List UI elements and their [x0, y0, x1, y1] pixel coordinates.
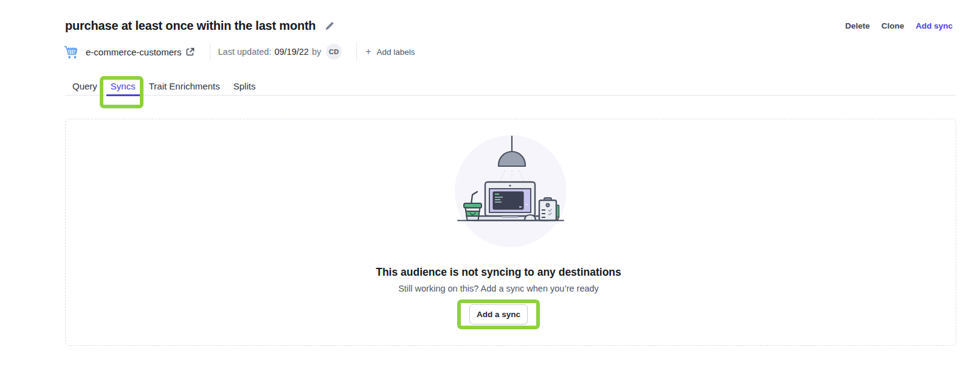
- empty-state-subtext: Still working on this? Add a sync when y…: [398, 282, 599, 295]
- page-title: purchase at least once within the last m…: [65, 19, 316, 33]
- empty-state-illustration: [453, 133, 568, 249]
- by-label: by: [312, 47, 321, 57]
- pencil-icon[interactable]: [325, 21, 334, 31]
- tab-bar: Query Syncs Trait Enrichments Splits: [65, 77, 956, 96]
- empty-state-heading: This audience is not syncing to any dest…: [376, 265, 621, 279]
- title-row: purchase at least once within the last m…: [65, 19, 953, 33]
- divider: [210, 43, 210, 61]
- meta-row: e-commerce-customers Last updated: 09/19…: [63, 42, 415, 61]
- annotation-highlight-add-sync-button: Add a sync: [457, 299, 540, 329]
- add-labels-button[interactable]: + Add labels: [365, 47, 415, 57]
- external-link-icon[interactable]: [186, 47, 195, 56]
- shopping-cart-icon: [63, 43, 80, 60]
- clone-button[interactable]: Clone: [882, 21, 905, 30]
- empty-state: This audience is not syncing to any dest…: [66, 119, 956, 345]
- add-labels-label: Add labels: [377, 47, 415, 57]
- tab-query[interactable]: Query: [68, 77, 102, 96]
- tab-syncs[interactable]: Syncs: [106, 77, 140, 96]
- source-link[interactable]: e-commerce-customers: [86, 47, 182, 57]
- audience-detail-page: purchase at least once within the last m…: [0, 0, 980, 378]
- divider: [356, 43, 357, 61]
- delete-button[interactable]: Delete: [845, 21, 870, 30]
- header-actions: Delete Clone Add sync: [845, 21, 953, 30]
- plus-icon: +: [365, 47, 371, 57]
- avatar[interactable]: CD: [326, 44, 342, 60]
- last-updated-date: 09/19/22: [274, 47, 308, 57]
- tab-splits[interactable]: Splits: [229, 77, 260, 96]
- syncs-empty-panel: This audience is not syncing to any dest…: [65, 119, 956, 346]
- last-updated-label: Last updated:: [218, 47, 272, 57]
- add-a-sync-button[interactable]: Add a sync: [469, 304, 528, 324]
- add-sync-button[interactable]: Add sync: [916, 21, 953, 30]
- tab-trait-enrichments[interactable]: Trait Enrichments: [145, 77, 224, 96]
